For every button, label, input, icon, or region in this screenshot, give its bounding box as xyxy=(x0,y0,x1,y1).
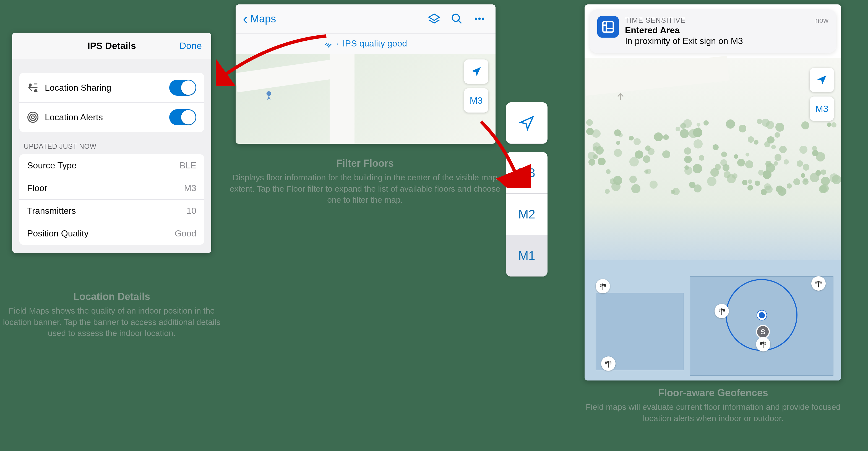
layers-icon[interactable] xyxy=(425,10,443,28)
vegetation-layer xyxy=(585,119,841,193)
svg-point-0 xyxy=(29,84,31,86)
location-sharing-label: Location Sharing xyxy=(45,83,169,93)
ips-title: IPS Details xyxy=(22,40,202,51)
svg-point-6 xyxy=(475,18,477,20)
floor-filter-button[interactable]: M3 xyxy=(464,88,488,113)
indoor-layer xyxy=(585,260,841,381)
notification-banner[interactable]: TIME SENSITIVE now Entered Area In proxi… xyxy=(590,9,836,53)
svg-point-12 xyxy=(721,309,722,310)
svg-point-5 xyxy=(453,14,460,22)
notif-title: Entered Area xyxy=(625,25,829,35)
beacon-icon xyxy=(601,356,616,371)
user-location-dot xyxy=(757,310,767,320)
alerts-icon xyxy=(27,112,39,123)
back-chevron-icon[interactable]: ‹ xyxy=(243,11,247,26)
map-preview[interactable]: M3 xyxy=(236,54,496,144)
waypoint-icon xyxy=(263,90,274,101)
locate-button-geo[interactable] xyxy=(810,68,834,92)
signal-icon xyxy=(324,39,332,48)
ips-header: IPS Details Done xyxy=(12,33,211,59)
svg-point-8 xyxy=(482,18,484,20)
caption-filter-floors: Filter Floors Displays floor information… xyxy=(229,158,500,206)
location-sharing-row[interactable]: Location Sharing xyxy=(19,73,204,102)
detail-row-source-type: Source Type BLE xyxy=(19,154,204,177)
beacon-icon xyxy=(715,304,729,318)
sharing-icon xyxy=(27,82,39,93)
caption-location-details: Location Details Field Maps shows the qu… xyxy=(3,291,221,339)
svg-point-15 xyxy=(608,361,609,363)
beacon-icon xyxy=(756,337,770,352)
floor-picker-expanded: M3 M2 M1 xyxy=(506,102,548,276)
ips-quality-banner[interactable]: · IPS quality good xyxy=(236,33,496,54)
svg-point-3 xyxy=(30,114,36,120)
direction-arrow-icon xyxy=(615,91,626,102)
location-alerts-row[interactable]: Location Alerts xyxy=(19,102,204,132)
geofence-panel: TIME SENSITIVE now Entered Area In proxi… xyxy=(585,4,841,381)
floor-option-m3[interactable]: M3 xyxy=(506,152,548,193)
svg-point-9 xyxy=(267,91,271,96)
quality-text: IPS quality good xyxy=(343,38,407,49)
more-icon[interactable] xyxy=(471,10,488,28)
svg-point-7 xyxy=(478,18,481,20)
app-icon xyxy=(597,16,619,38)
toggles-group: Location Sharing Location Alerts xyxy=(19,73,204,132)
details-group: Source Type BLE Floor M3 Transmitters 10… xyxy=(19,154,204,245)
svg-rect-10 xyxy=(603,22,613,32)
floor-option-m1[interactable]: M1 xyxy=(506,235,548,276)
notif-timestamp: now xyxy=(815,16,829,25)
locate-button-large[interactable] xyxy=(506,102,548,144)
locate-button[interactable] xyxy=(464,59,488,84)
updated-label: UPDATED JUST NOW xyxy=(12,132,211,154)
search-icon[interactable] xyxy=(448,10,466,28)
location-alerts-toggle[interactable] xyxy=(169,109,196,125)
done-button[interactable]: Done xyxy=(180,40,202,51)
beacon-icon xyxy=(811,276,826,291)
maps-back-label[interactable]: Maps xyxy=(250,13,420,25)
ips-details-panel: IPS Details Done Location Sharing Locati… xyxy=(12,33,211,253)
svg-point-13 xyxy=(763,342,764,344)
location-sharing-toggle[interactable] xyxy=(169,80,196,96)
svg-point-1 xyxy=(35,90,37,92)
geofence-map[interactable]: M3 S xyxy=(585,58,841,381)
maps-header-panel: ‹ Maps · IPS quality good M3 xyxy=(236,4,496,144)
notif-time-sensitive: TIME SENSITIVE xyxy=(625,16,685,25)
floor-option-m2[interactable]: M2 xyxy=(506,193,548,235)
svg-point-2 xyxy=(32,116,34,119)
s-marker: S xyxy=(756,325,770,339)
location-alerts-label: Location Alerts xyxy=(45,112,169,122)
beacon-icon xyxy=(596,279,610,293)
detail-row-transmitters: Transmitters 10 xyxy=(19,200,204,222)
detail-row-position-quality: Position Quality Good xyxy=(19,222,204,245)
svg-point-11 xyxy=(602,284,603,285)
maps-navbar: ‹ Maps xyxy=(236,4,496,33)
detail-row-floor: Floor M3 xyxy=(19,177,204,200)
floor-filter-button-geo[interactable]: M3 xyxy=(810,96,834,121)
svg-point-14 xyxy=(818,281,819,283)
notif-subtitle: In proximity of Exit sign on M3 xyxy=(625,36,829,46)
caption-geofences: Floor-aware Geofences Field maps will ev… xyxy=(581,387,846,424)
